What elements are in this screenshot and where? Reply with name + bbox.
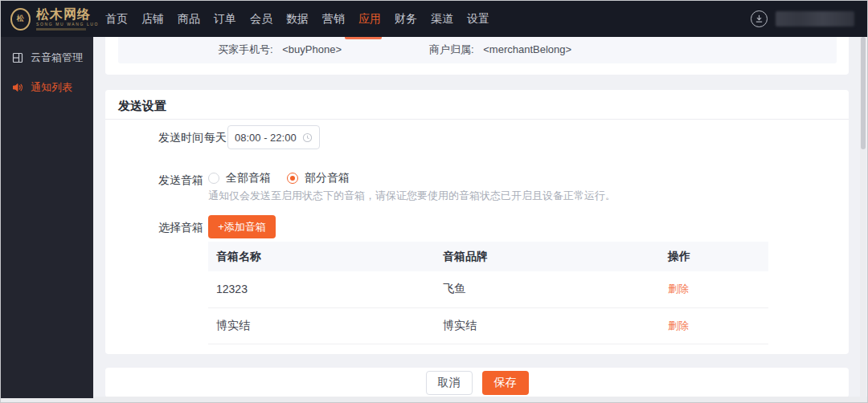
nav-item-home[interactable]: 首页 bbox=[105, 9, 128, 30]
buyer-phone-label: 买家手机号: bbox=[218, 43, 273, 55]
radio-unselected-icon bbox=[208, 173, 219, 184]
merchant-belong-label: 商户归属: bbox=[429, 43, 474, 55]
logo-subtitle: SONG MU WANG LUO bbox=[36, 22, 99, 26]
nav-item-marketing[interactable]: 营销 bbox=[322, 9, 345, 30]
col-header-action: 操作 bbox=[660, 242, 768, 271]
save-button[interactable]: 保存 bbox=[482, 371, 529, 395]
scrolled-cutoff-accent-bar bbox=[345, 37, 382, 39]
table-row: 博实结 博实结 删除 bbox=[208, 307, 768, 344]
time-range-value: 08:00 - 22:00 bbox=[235, 132, 297, 144]
radio-partial-speakers-label: 部分音箱 bbox=[305, 171, 350, 185]
add-speaker-button[interactable]: +添加音箱 bbox=[208, 215, 276, 238]
send-settings-card: 发送设置 发送时间 每天 08:00 - 22:00 发送音箱 全部音箱 部分音… bbox=[105, 90, 849, 354]
col-header-speaker-brand: 音箱品牌 bbox=[435, 242, 660, 271]
logo-tagline bbox=[36, 28, 86, 31]
cell-speaker-name: 12323 bbox=[208, 271, 435, 307]
radio-all-speakers-label: 全部音箱 bbox=[226, 171, 271, 185]
sidebar-item-label: 通知列表 bbox=[31, 80, 72, 95]
download-icon[interactable] bbox=[751, 10, 768, 27]
top-header: 松 松木网络 SONG MU WANG LUO 首页 店铺 商品 订单 会员 数… bbox=[1, 1, 868, 37]
buyer-phone-value: <buyPhone> bbox=[282, 43, 342, 55]
radio-selected-icon bbox=[287, 173, 298, 184]
delete-link[interactable]: 删除 bbox=[668, 283, 689, 295]
radio-partial-speakers[interactable]: 部分音箱 bbox=[287, 171, 350, 185]
cell-speaker-name: 博实结 bbox=[208, 307, 435, 344]
sidebar: 云音箱管理 通知列表 bbox=[1, 37, 93, 398]
send-time-label: 发送时间 bbox=[137, 131, 203, 145]
speaker-radio-group: 全部音箱 部分音箱 bbox=[208, 171, 350, 185]
time-range-input[interactable]: 08:00 - 22:00 bbox=[227, 125, 320, 149]
speaker-table: 音箱名称 音箱品牌 操作 12323 飞鱼 删除 博实结 博实结 删除 bbox=[208, 242, 768, 344]
select-speaker-label: 选择音箱 bbox=[137, 221, 203, 235]
list-icon bbox=[12, 52, 23, 63]
logo: 松 松木网络 SONG MU WANG LUO bbox=[1, 8, 99, 31]
radio-all-speakers[interactable]: 全部音箱 bbox=[208, 171, 271, 185]
app-window: 松 松木网络 SONG MU WANG LUO 首页 店铺 商品 订单 会员 数… bbox=[0, 0, 868, 403]
bottom-strip bbox=[1, 397, 867, 402]
send-speaker-label: 发送音箱 bbox=[137, 173, 203, 188]
cancel-button[interactable]: 取消 bbox=[426, 371, 473, 395]
nav-item-app[interactable]: 应用 bbox=[358, 9, 381, 30]
section-title: 发送设置 bbox=[118, 99, 166, 114]
speaker-icon bbox=[12, 82, 23, 93]
merchant-belong-value: <merchantBelong> bbox=[483, 43, 571, 55]
logo-brand-text: 松木网络 bbox=[36, 8, 99, 21]
footer-action-bar: 取消 保存 bbox=[105, 368, 849, 397]
main-nav: 首页 店铺 商品 订单 会员 数据 营销 应用 财务 渠道 设置 bbox=[105, 9, 489, 30]
delete-link[interactable]: 删除 bbox=[668, 320, 689, 332]
nav-item-finance[interactable]: 财务 bbox=[395, 9, 417, 30]
buyer-phone-field: 买家手机号: <buyPhone> bbox=[218, 43, 342, 57]
send-time-prefix: 每天 bbox=[204, 131, 227, 145]
nav-item-shop[interactable]: 店铺 bbox=[141, 9, 164, 30]
logo-icon: 松 bbox=[10, 8, 31, 31]
user-account-redacted[interactable] bbox=[776, 11, 854, 26]
cell-speaker-brand: 博实结 bbox=[435, 307, 660, 344]
nav-item-data[interactable]: 数据 bbox=[286, 9, 309, 30]
nav-item-member[interactable]: 会员 bbox=[250, 9, 272, 30]
title-divider bbox=[105, 119, 849, 120]
sidebar-item-label: 云音箱管理 bbox=[31, 51, 83, 65]
speaker-help-text: 通知仅会发送至启用状态下的音箱，请保证您要使用的音箱状态已开启且设备正常运行。 bbox=[208, 189, 616, 203]
nav-item-channel[interactable]: 渠道 bbox=[431, 9, 453, 30]
scrollbar-thumb[interactable] bbox=[861, 37, 866, 149]
table-header-row: 音箱名称 音箱品牌 操作 bbox=[208, 242, 768, 271]
nav-item-order[interactable]: 订单 bbox=[214, 9, 236, 30]
sidebar-item-notification-list[interactable]: 通知列表 bbox=[1, 79, 93, 96]
nav-item-settings[interactable]: 设置 bbox=[467, 9, 489, 30]
col-header-speaker-name: 音箱名称 bbox=[208, 242, 435, 271]
clock-icon bbox=[302, 132, 313, 143]
template-preview-box: 买家手机号: <buyPhone> 商户归属: <merchantBelong> bbox=[118, 37, 837, 63]
cell-speaker-brand: 飞鱼 bbox=[435, 271, 660, 307]
page-scrollbar[interactable] bbox=[860, 37, 866, 398]
nav-item-product[interactable]: 商品 bbox=[178, 9, 200, 30]
sidebar-item-cloud-speaker-management[interactable]: 云音箱管理 bbox=[1, 49, 93, 67]
merchant-belong-field: 商户归属: <merchantBelong> bbox=[429, 43, 571, 57]
notification-preview-card: 买家手机号: <buyPhone> 商户归属: <merchantBelong> bbox=[105, 37, 849, 75]
table-row: 12323 飞鱼 删除 bbox=[208, 271, 768, 307]
